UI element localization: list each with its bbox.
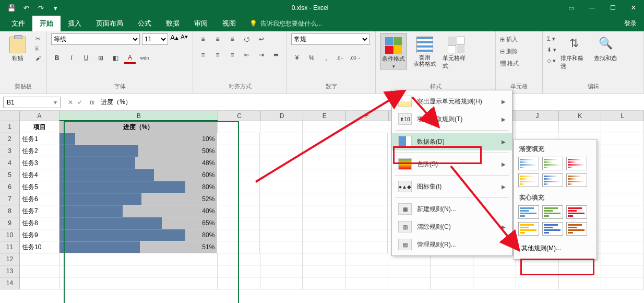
databar-swatch[interactable] — [542, 205, 563, 219]
increase-font-icon[interactable]: A▴ — [170, 33, 178, 45]
cell[interactable]: 任务6 — [20, 193, 59, 205]
cell[interactable] — [345, 145, 388, 157]
save-icon[interactable]: 💾 — [7, 4, 16, 12]
orientation-icon[interactable]: ⭯ — [241, 33, 253, 45]
minimize-icon[interactable]: — — [581, 0, 602, 16]
menu-icon-sets[interactable]: ●▲◆ 图标集(I)▶ — [392, 178, 512, 195]
databar-swatch[interactable] — [518, 157, 539, 170]
tell-me-search[interactable]: 💡 告诉我您想要做什么... — [243, 16, 322, 31]
qat-more-icon[interactable]: ▾ — [51, 4, 59, 12]
cell[interactable] — [217, 217, 260, 229]
column-header-J[interactable]: J — [516, 111, 559, 121]
cell[interactable] — [601, 181, 644, 193]
enter-formula-icon[interactable]: ✓ — [77, 99, 82, 106]
cell[interactable]: 任务10 — [20, 241, 59, 253]
cell[interactable] — [345, 181, 388, 193]
align-right-icon[interactable]: ≡ — [226, 49, 238, 61]
fx-icon[interactable]: fx — [87, 99, 98, 106]
cell[interactable] — [303, 133, 345, 145]
cell[interactable] — [260, 241, 303, 253]
find-select-button[interactable]: 🔍 查找和选 — [592, 33, 619, 62]
fill-icon[interactable]: ⬇ ▾ — [547, 46, 556, 53]
cell[interactable] — [601, 265, 644, 277]
cell[interactable] — [345, 253, 388, 265]
cell[interactable]: 65% — [59, 217, 217, 229]
cell[interactable] — [303, 145, 345, 157]
redo-icon[interactable]: ↷ — [37, 4, 45, 12]
row-header-10[interactable]: 10 — [0, 229, 20, 241]
cell[interactable]: 48% — [59, 157, 217, 169]
cell[interactable] — [601, 121, 644, 133]
cell[interactable] — [217, 241, 260, 253]
cell[interactable] — [601, 241, 644, 253]
cell[interactable] — [345, 157, 388, 169]
increase-indent-icon[interactable]: ⇥ — [256, 49, 267, 61]
cell[interactable] — [473, 265, 516, 277]
font-size-combo[interactable]: 11 — [142, 33, 168, 45]
font-color-button[interactable]: A — [124, 52, 136, 64]
cell[interactable] — [388, 265, 431, 277]
menu-clear-rules[interactable]: ▥ 清除规则(C)▶ — [392, 218, 512, 236]
databar-swatch[interactable] — [518, 205, 539, 219]
cell[interactable] — [20, 277, 59, 289]
cell[interactable]: 任务7 — [20, 205, 59, 217]
cell[interactable] — [345, 277, 388, 289]
row-header-2[interactable]: 2 — [0, 133, 20, 145]
cell[interactable]: 80% — [59, 229, 217, 241]
currency-icon[interactable]: ¥ — [291, 52, 303, 64]
cell[interactable] — [601, 157, 644, 169]
tab-file[interactable]: 文件 — [4, 16, 32, 31]
undo-icon[interactable]: ↶ — [22, 4, 30, 12]
insert-cells-button[interactable]: ⊞ 插入 — [500, 36, 519, 43]
cell[interactable]: 任务9 — [20, 229, 59, 241]
fill-color-button[interactable]: ◧ — [110, 52, 121, 64]
sort-filter-button[interactable]: ⇅ 排序和筛选 — [560, 33, 588, 70]
cut-icon[interactable]: ✂ — [35, 36, 41, 42]
column-header-A[interactable]: A — [20, 111, 59, 121]
wrap-text-icon[interactable]: ↩ — [256, 33, 267, 45]
cell[interactable] — [218, 265, 260, 277]
cell[interactable] — [303, 241, 345, 253]
tab-page-layout[interactable]: 页面布局 — [89, 16, 130, 31]
cell[interactable] — [59, 277, 218, 289]
cell[interactable] — [217, 205, 260, 217]
column-header-L[interactable]: L — [601, 111, 644, 121]
italic-button[interactable]: I — [66, 52, 77, 64]
border-button[interactable]: ⊞ — [95, 52, 106, 64]
format-as-table-button[interactable]: 套用 表格格式 — [411, 33, 438, 67]
cell[interactable] — [260, 253, 303, 265]
row-header-4[interactable]: 4 — [0, 157, 20, 169]
cell[interactable] — [559, 277, 602, 289]
cell[interactable] — [601, 145, 644, 157]
align-center-icon[interactable]: ≡ — [212, 49, 223, 61]
cell[interactable] — [260, 217, 303, 229]
cell[interactable] — [260, 181, 303, 193]
cell[interactable] — [303, 229, 345, 241]
cell[interactable] — [345, 169, 388, 181]
cell[interactable] — [345, 133, 388, 145]
row-header-9[interactable]: 9 — [0, 217, 20, 229]
cell[interactable] — [345, 193, 388, 205]
tab-home[interactable]: 开始 — [32, 16, 61, 31]
format-painter-icon[interactable]: 🖌 — [35, 55, 41, 61]
cell[interactable] — [303, 181, 345, 193]
cell[interactable]: 项目 — [20, 121, 59, 133]
databar-swatch[interactable] — [542, 173, 563, 187]
row-header-14[interactable]: 14 — [0, 277, 20, 289]
cell[interactable] — [260, 205, 303, 217]
cell[interactable] — [601, 205, 644, 217]
copy-icon[interactable]: ⎘ — [35, 45, 41, 52]
select-all-corner[interactable] — [0, 111, 20, 121]
column-header-C[interactable]: C — [218, 111, 261, 121]
cell[interactable] — [260, 193, 303, 205]
cell[interactable] — [260, 133, 303, 145]
cell[interactable] — [345, 241, 388, 253]
cell[interactable] — [260, 277, 303, 289]
cell[interactable]: 任务1 — [20, 133, 59, 145]
databar-swatch[interactable] — [518, 222, 539, 236]
cell[interactable]: 50% — [59, 145, 217, 157]
format-cells-button[interactable]: ▦ 格式 — [500, 60, 519, 67]
cell[interactable] — [303, 169, 345, 181]
cell[interactable] — [345, 121, 388, 133]
cell[interactable] — [431, 277, 473, 289]
